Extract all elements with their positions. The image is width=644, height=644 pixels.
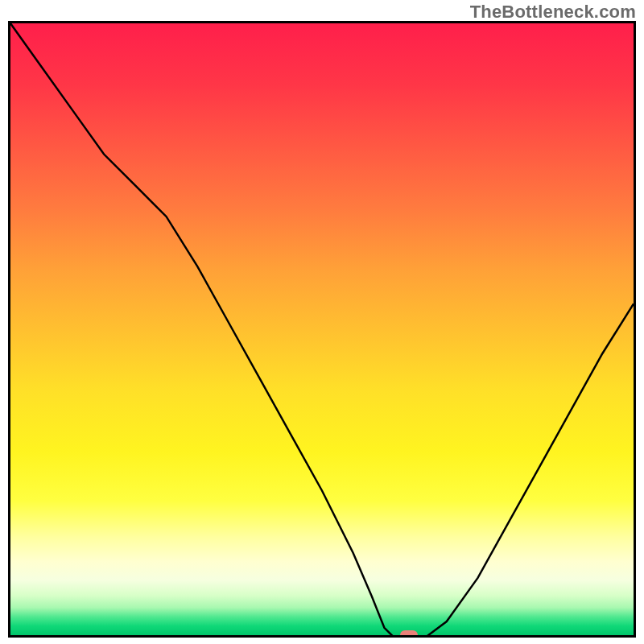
plot-frame (8, 21, 636, 638)
plot-area (10, 23, 634, 635)
watermark-text: TheBottleneck.com (470, 2, 636, 23)
bottleneck-curve (10, 23, 634, 635)
stage: TheBottleneck.com (0, 0, 644, 644)
bottleneck-chart (10, 23, 634, 635)
optimal-point-marker (400, 630, 418, 635)
